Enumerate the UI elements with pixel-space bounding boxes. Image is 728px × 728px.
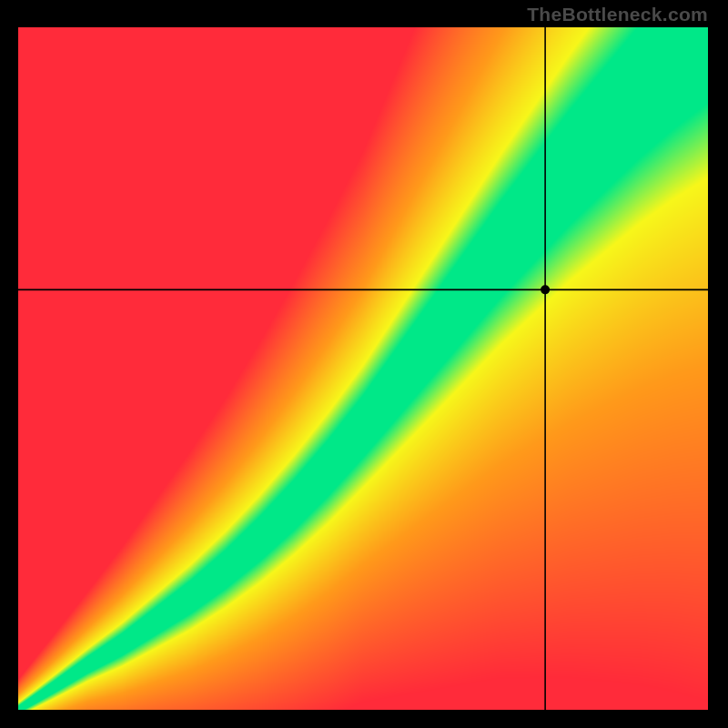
watermark-text: TheBottleneck.com xyxy=(527,4,708,25)
bottleneck-heatmap-container: TheBottleneck.com xyxy=(0,0,728,728)
bottleneck-heatmap-canvas xyxy=(0,0,728,728)
